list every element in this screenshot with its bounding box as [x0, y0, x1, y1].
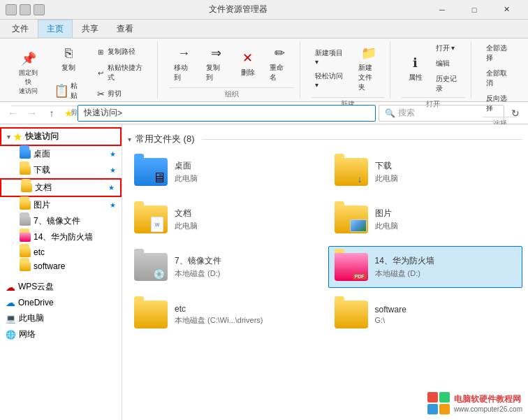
section-chevron-icon: ▾: [128, 136, 131, 143]
new-folder-icon: 📁: [360, 45, 377, 61]
grid-item-huawei[interactable]: PDF 14、华为防火墙 本地磁盘 (D:): [328, 246, 523, 288]
watermark-url: www.computer26.com: [454, 405, 522, 413]
software-sub: G:\: [375, 316, 406, 324]
paste-button[interactable]: 📋 粘贴: [48, 78, 89, 104]
sidebar-item-docs[interactable]: 文档 ★: [0, 178, 122, 197]
sidebar-item-etc[interactable]: etc: [0, 245, 122, 259]
select-group: 全部选择 全部取消 反向选择 选择: [477, 41, 522, 99]
ribbon-content: 📌 固定到快速访问 ⎘ 复制 📋 粘贴 ⊞ 复制路: [0, 38, 528, 101]
open-label: 打开 ▾: [436, 43, 455, 53]
mirror-info: 7、镜像文件 本地磁盘 (D:): [175, 255, 221, 279]
address-path[interactable]: 快速访问 >: [78, 105, 376, 122]
back-button[interactable]: ←: [4, 105, 21, 122]
select-none-button[interactable]: 全部取消: [483, 66, 517, 90]
sidebar-item-pics[interactable]: 图片 ★: [0, 197, 122, 213]
history-label: 历史记录: [436, 74, 462, 94]
grid-item-mirror[interactable]: 💿 7、镜像文件 本地磁盘 (D:): [128, 246, 323, 288]
sidebar-item-software[interactable]: software: [0, 259, 122, 273]
software-folder-wrap: [335, 300, 368, 328]
close-button[interactable]: ✕: [490, 0, 522, 20]
grid-item-software[interactable]: software G:\: [328, 294, 523, 335]
paste-shortcut-label: 粘贴快捷方式: [108, 63, 148, 82]
refresh-button[interactable]: ↻: [507, 105, 524, 122]
organize-items: → 移动到 ⇒ 复制到 ✕ 删除 ✏ 重命名: [169, 41, 294, 86]
etc-info: etc 本地磁盘 (C:\Wi...\drivers): [175, 304, 263, 326]
grid-item-download[interactable]: ↓ 下载 此电脑: [328, 151, 523, 193]
etc-folder-wrap: [134, 300, 168, 328]
sidebar-item-huawei[interactable]: 14、华为防火墙: [0, 229, 122, 245]
grid-item-etc[interactable]: etc 本地磁盘 (C:\Wi...\drivers): [128, 294, 323, 335]
sidebar-huawei-label: 14、华为防火墙: [34, 231, 93, 243]
download-folder-icon-lg: [335, 158, 368, 186]
paste-shortcut-button[interactable]: ↩ 粘贴快捷方式: [91, 61, 152, 85]
tab-view[interactable]: 查看: [108, 20, 142, 38]
copy-to-label: 复制到: [206, 63, 226, 82]
pics-folder-wrap: [335, 205, 368, 233]
sidebar-pc-label: 此电脑: [19, 312, 44, 324]
network-icon: 🌐: [6, 330, 16, 340]
sidebar-item-wps[interactable]: ☁ WPS云盘: [0, 279, 122, 295]
ribbon-tabs: 文件 主页 共享 查看: [0, 20, 528, 38]
move-button[interactable]: → 移动到: [169, 41, 198, 86]
sidebar-item-onedrive[interactable]: ☁ OneDrive: [0, 295, 122, 310]
grid-item-desktop[interactable]: 🖥 桌面 此电脑: [128, 151, 323, 193]
pics-pin-icon: ★: [110, 201, 116, 209]
copy-button[interactable]: ⎘ 复制: [48, 41, 89, 76]
open-button[interactable]: 打开 ▾: [432, 41, 466, 55]
grid-item-docs[interactable]: W 文档 此电脑: [128, 198, 323, 240]
grid-item-pics[interactable]: 图片 此电脑: [328, 198, 523, 240]
edit-label: 编辑: [436, 59, 450, 68]
open-col: 打开 ▾ 编辑 历史记录: [432, 41, 466, 96]
delete-button[interactable]: ✕ 删除: [234, 46, 262, 81]
minimize-button[interactable]: ─: [426, 0, 458, 20]
clipboard-group: 📌 固定到快速访问 ⎘ 复制 📋 粘贴 ⊞ 复制路: [6, 41, 158, 99]
docs-sub: 此电脑: [175, 221, 198, 231]
new-folder-button[interactable]: 📁 新建文件夹: [353, 41, 383, 96]
tab-file[interactable]: 文件: [3, 20, 38, 38]
sidebar-onedrive-label: OneDrive: [18, 298, 54, 307]
pin-label: 固定到快速访问: [16, 68, 41, 96]
docs-pin-icon: ★: [108, 184, 115, 191]
properties-button[interactable]: ℹ 属性: [402, 51, 430, 86]
docs-folder-wrap: W: [134, 205, 168, 233]
new-item-label: 新建项目 ▾: [315, 48, 347, 66]
select-all-button[interactable]: 全部选择: [483, 41, 517, 65]
sidebar-pics-label: 图片: [34, 199, 50, 211]
forward-button[interactable]: →: [24, 105, 41, 122]
sidebar-item-download[interactable]: 下载 ★: [0, 162, 122, 178]
app-icon-3: [34, 4, 45, 15]
content-area: ▾ 常用文件夹 (8) 🖥 桌面 此电脑: [122, 124, 528, 420]
open-group: ℹ 属性 打开 ▾ 编辑 历史记录 打开: [396, 41, 472, 99]
tab-home[interactable]: 主页: [38, 20, 73, 38]
sidebar-item-mirror[interactable]: 7、镜像文件: [0, 213, 122, 229]
copy-to-button[interactable]: ⇒ 复制到: [201, 41, 230, 86]
tab-share[interactable]: 共享: [73, 20, 108, 38]
path-text: 快速访问: [84, 107, 117, 119]
desktop-folder-icon: [20, 150, 31, 159]
cut-button[interactable]: ✂ 剪切: [91, 86, 152, 101]
pin-button[interactable]: 📌 固定到快速访问: [11, 47, 45, 99]
up-button[interactable]: ↑: [43, 105, 60, 122]
ribbon: 文件 主页 共享 查看 📌 固定到快速访问 ⎘ 复制 📋 粘贴: [0, 20, 528, 102]
watermark-site: 电脑软硬件教程网: [454, 393, 522, 405]
history-button[interactable]: 历史记录: [432, 72, 466, 96]
sidebar-item-network[interactable]: 🌐 网络: [0, 326, 122, 342]
maximize-button[interactable]: □: [458, 0, 490, 20]
sidebar-item-pc[interactable]: 💻 此电脑: [0, 310, 122, 326]
new-item-button[interactable]: 新建项目 ▾: [311, 46, 351, 68]
window-controls: ─ □ ✕: [426, 0, 522, 20]
main-layout: ▾ ★ 快速访问 桌面 ★ 下载 ★ 文档 ★ 图片: [0, 124, 528, 420]
easy-access-button[interactable]: 轻松访问 ▾: [311, 69, 351, 91]
pics-name: 图片: [375, 208, 398, 219]
wps-icon: ☁: [6, 282, 15, 293]
path-col: ⊞ 复制路径 ↩ 粘贴快捷方式 ✂ 剪切: [91, 44, 152, 101]
download-name: 下载: [375, 160, 398, 172]
search-box[interactable]: 🔍 搜索: [379, 105, 504, 122]
sidebar-item-desktop[interactable]: 桌面 ★: [0, 146, 122, 162]
move-icon: →: [175, 45, 192, 61]
edit-button[interactable]: 编辑: [432, 57, 466, 71]
rename-button[interactable]: ✏ 重命名: [265, 41, 294, 86]
huawei-folder-wrap: PDF: [335, 253, 368, 281]
copy-path-button[interactable]: ⊞ 复制路径: [91, 44, 152, 59]
quick-access-header[interactable]: ▾ ★ 快速访问: [0, 127, 122, 146]
